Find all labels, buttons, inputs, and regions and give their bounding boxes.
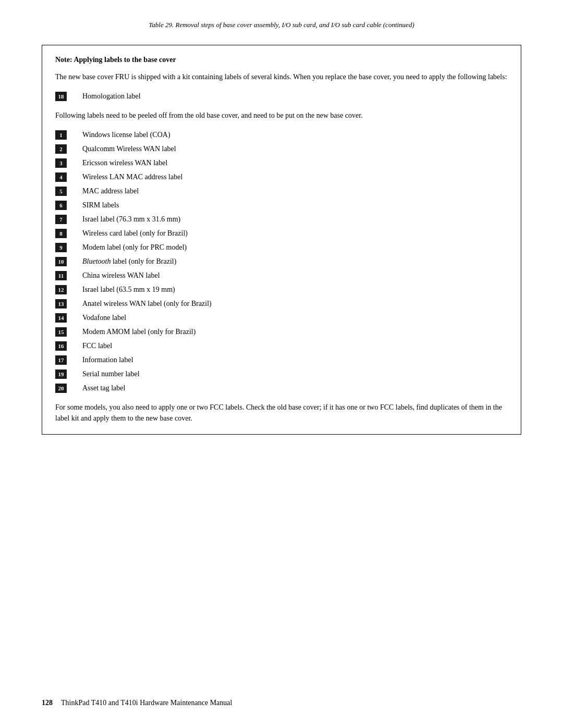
label-text-5: SIRM labels (82, 200, 119, 211)
list-item: 20Asset tag label (55, 382, 508, 393)
list-item: 14Vodafone label (55, 312, 508, 323)
badge-13: 13 (55, 299, 67, 309)
list-item: 10Bluetooth label (only for Brazil) (55, 256, 508, 267)
badge-10: 10 (55, 257, 67, 266)
list-item: 13Anatel wireless WAN label (only for Br… (55, 298, 508, 309)
list-item: 3Ericsson wireless WAN label (55, 157, 508, 168)
list-item: 6SIRM labels (55, 200, 508, 211)
badge-6: 6 (55, 201, 67, 210)
list-item: 4Wireless LAN MAC address label (55, 171, 508, 182)
badge-5: 5 (55, 187, 67, 196)
label-list: 1Windows license label (COA)2Qualcomm Wi… (55, 129, 508, 393)
badge-8: 8 (55, 229, 67, 238)
page-number: 128 (42, 699, 53, 707)
label-text-13: Vodafone label (82, 312, 126, 323)
badge-11: 11 (55, 271, 67, 280)
list-item: 15Modem AMOM label (only for Brazil) (55, 326, 508, 337)
badge-3: 3 (55, 158, 67, 168)
badge-12: 12 (55, 285, 67, 294)
footer-text: ThinkPad T410 and T410i Hardware Mainten… (61, 699, 232, 707)
badge-14: 14 (55, 313, 67, 323)
homologation-row: 18 Homologation label (55, 91, 508, 102)
list-item: 16FCC label (55, 340, 508, 351)
label-text-17: Serial number label (82, 368, 140, 379)
label-text-10: China wireless WAN label (82, 270, 160, 281)
label-text-8: Modem label (only for PRC model) (82, 242, 187, 253)
badge-7: 7 (55, 215, 67, 224)
badge-17: 17 (55, 355, 67, 365)
badge-19: 19 (55, 369, 67, 379)
label-text-18: Asset tag label (82, 382, 125, 393)
page-footer: 128 ThinkPad T410 and T410i Hardware Mai… (42, 699, 521, 707)
list-item: 11China wireless WAN label (55, 270, 508, 281)
list-item: 12Israel label (63.5 mm x 19 mm) (55, 284, 508, 295)
note-title: Note: Applying labels to the base cover (55, 56, 508, 64)
label-text-15: FCC label (82, 340, 112, 351)
label-text-9: Bluetooth label (only for Brazil) (82, 256, 176, 267)
badge-20: 20 (55, 384, 67, 393)
label-text-7: Wireless card label (only for Brazil) (82, 228, 188, 239)
badge-1: 1 (55, 130, 67, 140)
label-text-16: Information label (82, 354, 133, 365)
badge-4: 4 (55, 172, 67, 182)
label-text-12: Anatel wireless WAN label (only for Braz… (82, 298, 212, 309)
list-item: 2Qualcomm Wireless WAN label (55, 143, 508, 154)
page-caption: Table 29. Removal steps of base cover as… (42, 21, 521, 29)
note-intro: The new base cover FRU is shipped with a… (55, 71, 508, 82)
list-item: 5MAC address label (55, 186, 508, 196)
homologation-label-text: Homologation label (82, 91, 141, 102)
following-text: Following labels need to be peeled off f… (55, 110, 508, 121)
label-text-14: Modem AMOM label (only for Brazil) (82, 326, 195, 337)
list-item: 1Windows license label (COA) (55, 129, 508, 140)
list-item: 8Wireless card label (only for Brazil) (55, 228, 508, 239)
badge-2: 2 (55, 144, 67, 154)
fcc-note: For some models, you also need to apply … (55, 402, 508, 424)
badge-15: 15 (55, 327, 67, 337)
list-item: 7Israel label (76.3 mm x 31.6 mm) (55, 214, 508, 225)
label-text-1: Qualcomm Wireless WAN label (82, 143, 176, 154)
label-text-6: Israel label (76.3 mm x 31.6 mm) (82, 214, 180, 225)
badge-9: 9 (55, 243, 67, 252)
badge-18: 18 (55, 92, 67, 101)
list-item: 19Serial number label (55, 368, 508, 379)
list-item: 9Modem label (only for PRC model) (55, 242, 508, 253)
label-text-0: Windows license label (COA) (82, 129, 170, 140)
label-text-3: Wireless LAN MAC address label (82, 171, 182, 182)
list-item: 17Information label (55, 354, 508, 365)
label-text-2: Ericsson wireless WAN label (82, 157, 167, 168)
label-text-4: MAC address label (82, 186, 139, 196)
note-box: Note: Applying labels to the base cover … (42, 45, 521, 435)
label-text-11: Israel label (63.5 mm x 19 mm) (82, 284, 175, 295)
badge-16: 16 (55, 341, 67, 351)
